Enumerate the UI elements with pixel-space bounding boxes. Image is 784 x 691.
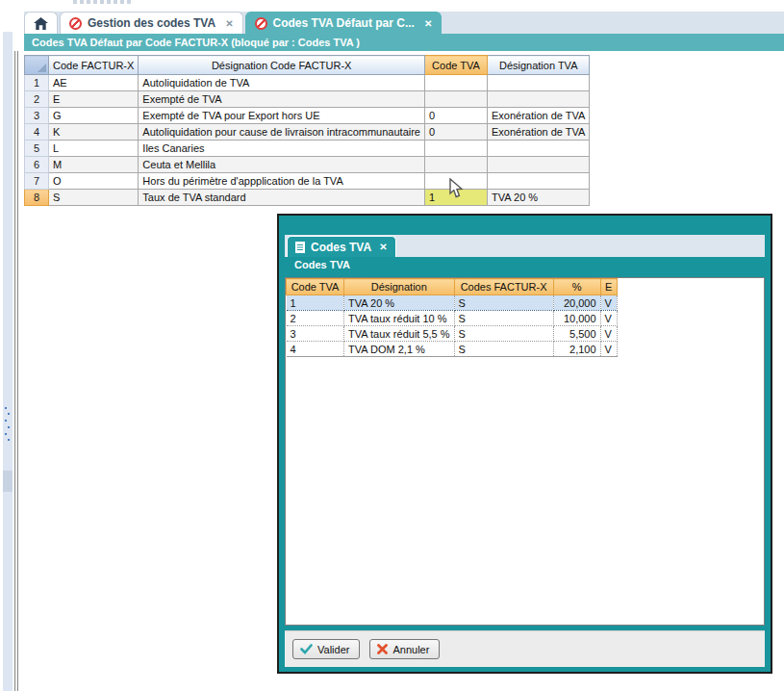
cell-code-tva[interactable] bbox=[424, 91, 487, 108]
table-row: 8STaux de TVA standard1TVA 20 % bbox=[25, 190, 590, 206]
row-number[interactable]: 6 bbox=[25, 157, 49, 173]
close-icon[interactable]: ✕ bbox=[379, 242, 387, 252]
table-row[interactable]: 4TVA DOM 2,1 %S2,100V bbox=[287, 342, 618, 357]
cell-designation-facturx[interactable]: Autoliquidation pour cause de livraison … bbox=[139, 124, 425, 141]
cell-codes-facturx[interactable]: S bbox=[454, 311, 553, 326]
cell-designation-facturx[interactable]: Exempté de TVA pour Export hors UE bbox=[139, 108, 425, 124]
dialog-column-header-2[interactable]: Codes FACTUR-X bbox=[454, 279, 553, 295]
cell-percent[interactable]: 5,500 bbox=[553, 326, 600, 342]
cell-e-flag[interactable]: V bbox=[600, 295, 617, 311]
table-row: 3GExempté de TVA pour Export hors UE0Exo… bbox=[25, 108, 590, 124]
cell-designation-tva[interactable] bbox=[487, 173, 589, 190]
row-number[interactable]: 2 bbox=[25, 91, 49, 108]
tab-label: Gestion des codes TVA bbox=[88, 16, 215, 30]
app-window: Gestion des codes TVA ✕ Codes TVA Défaut… bbox=[0, 0, 784, 691]
row-number[interactable]: 8 bbox=[25, 190, 49, 206]
cell-code-facturx[interactable]: G bbox=[49, 108, 139, 124]
cell-designation[interactable]: TVA taux réduit 5,5 % bbox=[344, 326, 455, 342]
cell-code-facturx[interactable]: E bbox=[49, 91, 139, 108]
dialog-tab-codes-tva[interactable]: Codes TVA ✕ bbox=[287, 236, 396, 257]
row-number[interactable]: 7 bbox=[25, 173, 49, 190]
dialog-column-header-0[interactable]: Code TVA bbox=[287, 279, 344, 295]
tab-label: Codes TVA Défaut par C... bbox=[273, 16, 415, 30]
close-icon[interactable]: ✕ bbox=[424, 18, 432, 29]
cell-code-facturx[interactable]: AE bbox=[49, 75, 139, 91]
blocked-icon bbox=[69, 17, 82, 30]
cell-code-facturx[interactable]: S bbox=[49, 190, 139, 206]
cell-code-tva[interactable]: 1 bbox=[287, 295, 344, 311]
cell-designation-tva[interactable] bbox=[487, 91, 589, 108]
cell-designation-facturx[interactable]: Ceuta et Mellila bbox=[139, 157, 425, 173]
table-row: 6MCeuta et Mellila bbox=[25, 157, 590, 173]
cell-code-tva[interactable] bbox=[424, 141, 487, 157]
header-row: Code FACTUR-XDésignation Code FACTUR-XCo… bbox=[25, 56, 590, 75]
cell-code-tva[interactable]: 0 bbox=[424, 108, 487, 124]
column-header-0[interactable]: Code FACTUR-X bbox=[49, 56, 139, 75]
table-row: 2EExempté de TVA bbox=[25, 91, 590, 108]
row-number[interactable]: 4 bbox=[25, 124, 49, 141]
cell-designation-facturx[interactable]: Taux de TVA standard bbox=[139, 190, 425, 206]
cell-designation-facturx[interactable]: Exempté de TVA bbox=[139, 91, 425, 108]
home-icon bbox=[34, 17, 48, 30]
cell-code-tva[interactable] bbox=[424, 157, 487, 173]
cell-designation-tva[interactable]: TVA 20 % bbox=[487, 190, 589, 206]
blocked-icon bbox=[255, 17, 267, 30]
codes-tva-table: Code TVADésignationCodes FACTUR-X%E1TVA … bbox=[286, 278, 618, 357]
cell-designation[interactable]: TVA 20 % bbox=[344, 295, 455, 311]
table-row[interactable]: 3TVA taux réduit 5,5 %S5,500V bbox=[287, 326, 618, 342]
validate-button[interactable]: Valider bbox=[292, 639, 360, 659]
cell-designation-tva[interactable]: Exonération de TVA bbox=[487, 124, 589, 141]
cell-code-facturx[interactable]: M bbox=[49, 157, 139, 173]
dialog-column-header-4[interactable]: E bbox=[600, 279, 617, 295]
collapsed-side-panel[interactable] bbox=[3, 32, 13, 691]
cell-codes-facturx[interactable]: S bbox=[454, 295, 553, 311]
dialog-column-header-1[interactable]: Désignation bbox=[344, 279, 455, 295]
cell-code-tva[interactable]: 2 bbox=[287, 311, 344, 326]
x-icon bbox=[377, 644, 388, 654]
cell-code-tva[interactable] bbox=[424, 75, 487, 91]
cell-designation[interactable]: TVA taux réduit 10 % bbox=[344, 311, 455, 326]
select-all-corner[interactable] bbox=[25, 56, 49, 75]
splitter-grip-icon[interactable] bbox=[5, 407, 11, 442]
dialog-column-header-3[interactable]: % bbox=[553, 279, 600, 295]
cell-percent[interactable]: 20,000 bbox=[553, 295, 600, 311]
tab-home[interactable] bbox=[24, 12, 58, 34]
row-number[interactable]: 3 bbox=[25, 108, 49, 124]
column-header-1[interactable]: Désignation Code FACTUR-X bbox=[139, 56, 425, 75]
close-icon[interactable]: ✕ bbox=[225, 18, 233, 29]
tab-gestion-des-codes-tva[interactable]: Gestion des codes TVA ✕ bbox=[60, 12, 243, 34]
cell-e-flag[interactable]: V bbox=[600, 326, 617, 342]
cell-designation-tva[interactable] bbox=[487, 75, 589, 91]
table-row[interactable]: 2TVA taux réduit 10 %S10,000V bbox=[287, 311, 618, 326]
cell-designation-tva[interactable]: Exonération de TVA bbox=[487, 108, 589, 124]
table-row[interactable]: 1TVA 20 %S20,000V bbox=[287, 295, 618, 311]
cell-code-tva[interactable]: 4 bbox=[287, 342, 344, 357]
row-number[interactable]: 1 bbox=[25, 75, 49, 91]
cell-percent[interactable]: 2,100 bbox=[553, 342, 600, 357]
cell-designation-facturx[interactable]: Autoliquidation de TVA bbox=[139, 75, 425, 91]
cancel-button[interactable]: Annuler bbox=[369, 639, 440, 659]
side-panel-marker bbox=[3, 471, 13, 492]
cell-code-facturx[interactable]: O bbox=[49, 173, 139, 190]
cell-code-facturx[interactable]: K bbox=[49, 124, 139, 141]
cell-code-facturx[interactable]: L bbox=[49, 141, 139, 157]
cell-code-tva[interactable]: 0 bbox=[424, 124, 487, 141]
row-number[interactable]: 5 bbox=[25, 141, 49, 157]
cell-e-flag[interactable]: V bbox=[600, 342, 617, 357]
cell-designation-tva[interactable] bbox=[487, 157, 589, 173]
cancel-label: Annuler bbox=[392, 644, 429, 655]
cell-designation-facturx[interactable]: Hors du périmètre d'appplication de la T… bbox=[139, 173, 425, 190]
dialog-section-label: Codes TVA bbox=[294, 259, 350, 270]
cell-designation-facturx[interactable]: Iles Canaries bbox=[139, 141, 425, 157]
cell-code-tva[interactable]: 3 bbox=[287, 326, 344, 342]
cell-designation-tva[interactable] bbox=[487, 141, 589, 157]
cell-codes-facturx[interactable]: S bbox=[454, 342, 553, 357]
cell-percent[interactable]: 10,000 bbox=[553, 311, 600, 326]
dialog-tab-bar: Codes TVA ✕ bbox=[285, 235, 765, 257]
cell-codes-facturx[interactable]: S bbox=[454, 326, 553, 342]
cell-designation[interactable]: TVA DOM 2,1 % bbox=[344, 342, 455, 357]
tab-codes-tva-defaut[interactable]: Codes TVA Défaut par C... ✕ bbox=[245, 12, 443, 34]
column-header-3[interactable]: Désignation TVA bbox=[487, 56, 589, 75]
cell-e-flag[interactable]: V bbox=[600, 311, 617, 326]
column-header-2[interactable]: Code TVA bbox=[424, 56, 487, 75]
